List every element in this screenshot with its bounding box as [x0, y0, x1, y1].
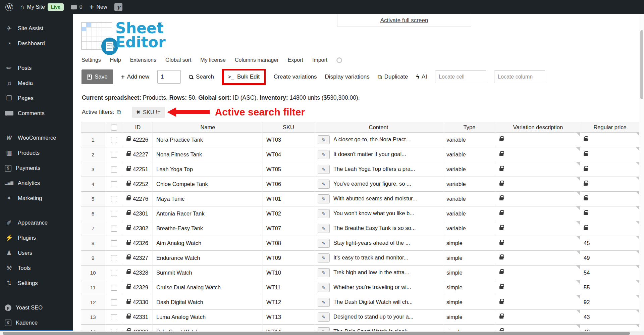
cell-content[interactable]: ✎Trek high and low in the attra... — [314, 266, 443, 280]
cell-type[interactable]: variable — [443, 147, 496, 162]
copy-filters-icon[interactable]: ⧉ — [117, 109, 121, 116]
cell-content[interactable]: ✎It's easy to track and monitor... — [314, 251, 443, 266]
sidebar-item-pages[interactable]: ❐Pages — [0, 91, 73, 106]
row-checkbox-cell[interactable] — [105, 251, 123, 266]
cell-content[interactable]: ✎Stay light-years ahead of the ... — [314, 236, 443, 251]
cell-name[interactable]: Cruise Dual Analog Watch — [153, 280, 263, 295]
display-variations-button[interactable]: Display variations — [325, 74, 370, 80]
cell-regular-price[interactable]: 49 — [580, 251, 640, 266]
checkbox[interactable] — [111, 329, 117, 331]
edit-content-button[interactable]: ✎ — [318, 327, 330, 331]
cell-name[interactable]: Dash Digital Watch — [153, 295, 263, 310]
cell-content[interactable]: ✎With abutted seams and moistur... — [314, 192, 443, 206]
checkbox[interactable] — [111, 226, 117, 232]
cell-regular-price[interactable]: 54 — [580, 266, 640, 280]
cell-content[interactable]: ✎You've earned your figure, so ... — [314, 177, 443, 192]
sidebar-item-site-assist[interactable]: ✈Site Assist — [0, 21, 73, 36]
cell-name[interactable]: Endurance Watch — [153, 251, 263, 266]
sidebar-item-appearance[interactable]: ✐Appearance — [0, 215, 73, 230]
cell-content[interactable]: ✎Designed to stand up to your a... — [314, 310, 443, 325]
column-header-id[interactable]: ID — [123, 122, 153, 133]
sidebar-item-woocommerce[interactable]: WWooCommerce — [0, 130, 73, 145]
nav-item-export[interactable]: Export — [288, 57, 303, 63]
comments-shortcut[interactable]: 0 — [71, 4, 83, 10]
edit-content-button[interactable]: ✎ — [318, 239, 330, 248]
cell-sku[interactable]: WT14 — [263, 325, 314, 331]
cell-content[interactable]: ✎The Breathe Easy Tank is so so... — [314, 221, 443, 236]
cell-sku[interactable]: WT05 — [263, 162, 314, 177]
cell-type[interactable]: simple — [443, 236, 496, 251]
sidebar-item-comments[interactable]: Comments — [0, 106, 73, 121]
column-header-sku[interactable]: SKU — [263, 122, 314, 133]
checkbox[interactable] — [111, 285, 117, 291]
row-checkbox-cell[interactable] — [105, 177, 123, 192]
cell-sku[interactable]: WT09 — [263, 251, 314, 266]
checkbox[interactable] — [111, 181, 117, 187]
checkbox[interactable] — [111, 211, 117, 217]
edit-content-button[interactable]: ✎ — [318, 165, 330, 174]
cell-regular-price[interactable]: 92 — [580, 295, 640, 310]
sidebar-item-media[interactable]: ♫Media — [0, 76, 73, 91]
bulk-edit-button[interactable]: Bulk Edit — [237, 74, 260, 80]
cell-regular-price[interactable]: 55 — [580, 280, 640, 295]
checkbox[interactable] — [111, 152, 117, 158]
cell-sku[interactable]: WT06 — [263, 177, 314, 192]
checkbox[interactable] — [111, 255, 117, 261]
sidebar-item-payments[interactable]: $Payments — [0, 160, 73, 176]
add-count-input[interactable] — [157, 70, 181, 84]
nav-item-import[interactable]: Import — [312, 57, 327, 63]
cell-type[interactable]: variable — [443, 177, 496, 192]
activate-fullscreen-link[interactable]: Activate full screen — [380, 17, 428, 24]
add-new-button[interactable]: + Add new — [121, 73, 149, 81]
checkbox[interactable] — [111, 240, 117, 246]
row-checkbox-cell[interactable] — [105, 206, 123, 221]
cell-type[interactable]: variable — [443, 162, 496, 177]
cell-content[interactable]: ✎The Leah Yoga Top offers a pra... — [314, 162, 443, 177]
cell-content[interactable]: ✎You won't know what you like b... — [314, 206, 443, 221]
edit-content-button[interactable]: ✎ — [318, 135, 330, 144]
create-variations-button[interactable]: Create variations — [274, 74, 317, 80]
checkbox[interactable] — [111, 299, 117, 305]
locate-cell-input[interactable] — [435, 70, 486, 83]
remove-filter-icon[interactable]: ✖ — [136, 109, 140, 115]
locate-column-input[interactable] — [494, 70, 545, 83]
cell-content[interactable]: ✎It doesn't matter if your goal... — [314, 147, 443, 162]
cell-sku[interactable]: WT02 — [263, 206, 314, 221]
edit-content-button[interactable]: ✎ — [318, 268, 330, 277]
cell-name[interactable]: Aim Analog Watch — [153, 236, 263, 251]
column-header-name[interactable]: Name — [153, 122, 263, 133]
cell-sku[interactable]: WT07 — [263, 221, 314, 236]
cell-name[interactable]: Maya Tunic — [153, 192, 263, 206]
edit-content-button[interactable]: ✎ — [318, 194, 330, 203]
checkbox[interactable] — [111, 125, 117, 131]
column-header-content[interactable]: Content — [314, 122, 443, 133]
nav-item-settings[interactable]: Settings — [82, 57, 101, 63]
cell-type[interactable]: simple — [443, 280, 496, 295]
cell-type[interactable]: variable — [443, 221, 496, 236]
cell-name[interactable]: Bolo Sport Watch — [153, 325, 263, 331]
row-checkbox-cell[interactable] — [105, 221, 123, 236]
edit-content-button[interactable]: ✎ — [318, 209, 330, 218]
sidebar-item-analytics[interactable]: ▂▅▇Analytics — [0, 176, 73, 191]
edit-content-button[interactable]: ✎ — [318, 298, 330, 307]
sidebar-item-kadence[interactable]: KKadence — [0, 315, 73, 330]
sidebar-item-marketing[interactable]: ✦Marketing — [0, 191, 73, 206]
vertical-scrollbar-track[interactable] — [639, 14, 644, 331]
filter-chip-sku[interactable]: ✖ SKU != — [132, 107, 165, 118]
site-name[interactable]: My Site — [27, 4, 45, 10]
edit-content-button[interactable]: ✎ — [318, 283, 330, 292]
cell-regular-price[interactable]: 49 — [580, 325, 640, 331]
nav-item-columns-manager[interactable]: Columns manager — [235, 57, 279, 63]
cell-name[interactable]: Nora Practice Tank — [153, 133, 263, 147]
cell-name[interactable]: Summit Watch — [153, 266, 263, 280]
sidebar-item-dashboard[interactable]: ◔Dashboard — [0, 36, 73, 51]
search-button[interactable]: Search — [189, 74, 214, 80]
cell-type[interactable]: simple — [443, 295, 496, 310]
cell-sku[interactable]: WT03 — [263, 133, 314, 147]
cell-name[interactable]: Nona Fitness Tank — [153, 147, 263, 162]
horizontal-scrollbar-thumb[interactable] — [3, 332, 630, 335]
row-checkbox-cell[interactable] — [105, 133, 123, 147]
nav-item-global-sort[interactable]: Global sort — [165, 57, 191, 63]
sidebar-item-yoast-seo[interactable]: yYoast SEO — [0, 300, 73, 315]
cell-regular-price[interactable]: 43 — [580, 310, 640, 325]
